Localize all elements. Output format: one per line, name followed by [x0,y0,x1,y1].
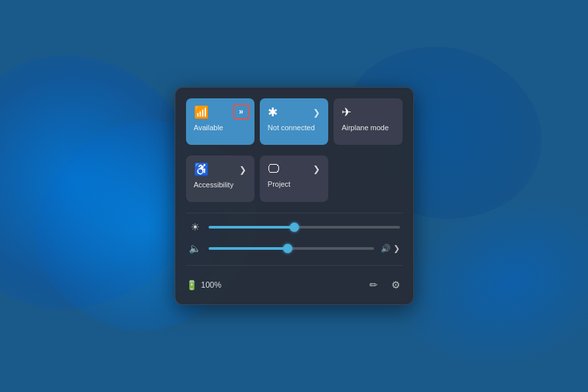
separator-1 [186,213,403,213]
accessibility-icon: ♿ [194,162,209,177]
volume-slider[interactable] [209,247,374,250]
tiles-row1: 📶 Available » ✱ ❯ Not connected ✈ Airpla… [186,98,403,145]
accessibility-chevron-icon: ❯ [239,165,246,175]
edit-button[interactable]: ✏ [367,276,381,294]
volume-slider-row: 🔈 🔊 ❯ [189,243,400,254]
tile-airplane[interactable]: ✈ Airplane mode [334,98,402,145]
project-icon: 🖵 [268,162,280,176]
volume-thumb[interactable] [283,244,292,253]
volume-extra[interactable]: 🔊 ❯ [381,244,400,253]
expand-arrow-icon: » [239,107,243,116]
volume-fill [209,247,288,250]
tiles-row2: ♿ ❯ Accessibility 🖵 ❯ Project [186,155,403,202]
separator-2 [186,265,403,266]
footer-row: 🔋 100% ✏ ⚙ [186,274,403,294]
brightness-icon: ☀ [189,221,202,233]
tile-bluetooth[interactable]: ✱ ❯ Not connected [260,98,328,145]
project-label: Project [268,180,290,188]
tile-wifi[interactable]: 📶 Available » [186,98,254,145]
volume-extra-chevron: ❯ [393,244,400,253]
wifi-icon: 📶 [194,105,209,120]
brightness-slider-row: ☀ [189,221,400,233]
brightness-slider[interactable] [209,226,400,229]
battery-info: 🔋 100% [186,280,222,290]
settings-button[interactable]: ⚙ [389,276,403,294]
battery-percent: 100% [201,280,222,290]
airplane-label: Airplane mode [342,124,389,132]
volume-icon: 🔈 [189,243,202,254]
bluetooth-icon: ✱ [268,105,278,120]
accessibility-label: Accessibility [194,181,234,189]
airplane-icon: ✈ [342,105,351,120]
brightness-thumb[interactable] [290,223,299,232]
project-chevron-icon: ❯ [313,164,320,174]
footer-actions: ✏ ⚙ [367,276,403,294]
battery-icon: 🔋 [186,280,197,290]
tile-accessibility[interactable]: ♿ ❯ Accessibility [186,155,254,202]
tile-project[interactable]: 🖵 ❯ Project [260,155,328,202]
quick-settings-panel: 📶 Available » ✱ ❯ Not connected ✈ Airpla… [175,87,414,305]
sliders-section: ☀ 🔈 🔊 ❯ [186,221,403,254]
bluetooth-chevron-icon: ❯ [313,108,320,118]
volume-device-icon: 🔊 [381,244,391,253]
wifi-label: Available [194,124,223,132]
brightness-fill [209,226,295,229]
wifi-expand-button[interactable]: » [233,104,249,120]
bluetooth-label: Not connected [268,124,315,132]
